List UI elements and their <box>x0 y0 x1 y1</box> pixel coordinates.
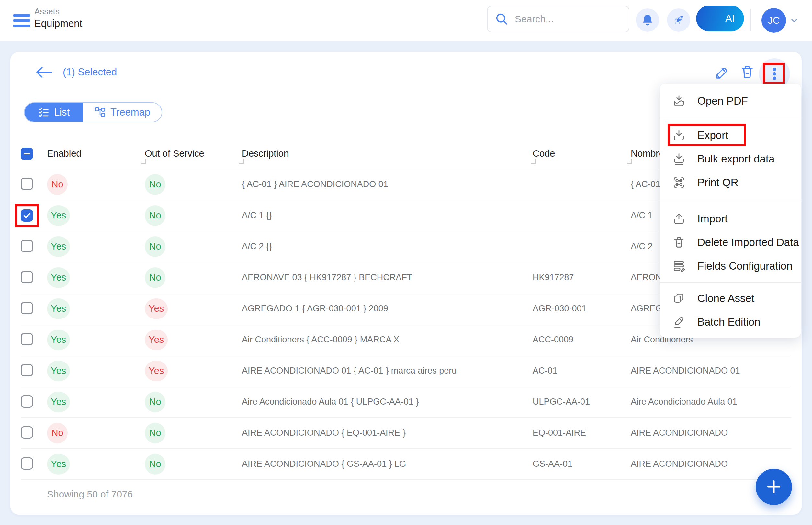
description-cell: AERONAVE 03 { HK917287 } BECHCRAFT <box>242 272 533 283</box>
column-resize-handle[interactable] <box>531 159 536 164</box>
nombre-cell: AIRE ACONDICIONADO 01 <box>631 366 791 376</box>
row-checkbox[interactable] <box>21 240 33 252</box>
out-of-service-badge: No <box>145 205 165 226</box>
selected-count-label: (1) Selected <box>63 66 117 78</box>
nombre-cell: Aire Acondicionado Aula 01 <box>631 397 791 407</box>
bulk-export-icon <box>672 152 686 166</box>
top-bar: Assets Equipment AI JC <box>0 0 812 42</box>
import-icon <box>672 212 686 226</box>
description-cell: { AC-01 } AIRE ACONDICIONADO 01 <box>242 179 533 189</box>
menu-item-label: Import <box>697 213 728 225</box>
table-row[interactable]: No No AIRE ACONDICIONADO { EQ-001-AIRE }… <box>21 418 791 449</box>
delete-button[interactable] <box>739 64 755 80</box>
row-checkbox[interactable] <box>21 426 33 438</box>
column-header-code[interactable]: Code <box>533 148 555 159</box>
enabled-badge: Yes <box>47 236 70 257</box>
select-all-checkbox[interactable] <box>21 148 33 160</box>
export-icon <box>672 129 686 142</box>
row-checkbox[interactable] <box>21 302 33 314</box>
edit-button[interactable] <box>713 64 729 80</box>
menu-item-import[interactable]: Import <box>660 207 801 230</box>
menu-item-label: Batch Edition <box>697 316 760 328</box>
avatar-initials: JC <box>768 15 780 26</box>
open-pdf-icon <box>672 94 686 108</box>
row-checkbox[interactable] <box>21 457 33 470</box>
column-header-description[interactable]: Description <box>242 148 289 159</box>
column-header-nombre[interactable]: Nombre <box>631 148 664 159</box>
out-of-service-badge: Yes <box>145 330 168 350</box>
table-row[interactable]: Yes Yes AIRE ACONDICIONADO 01 { AC-01 } … <box>21 355 791 387</box>
ai-button[interactable]: AI <box>696 5 744 31</box>
menu-item-label: Clone Asset <box>697 292 754 304</box>
menu-item-label: Bulk export data <box>697 153 774 165</box>
menu-item-label: Delete Imported Data <box>697 236 799 249</box>
kebab-menu-icon <box>766 66 783 82</box>
nombre-cell: AIRE ACONDICIONADO <box>631 459 791 469</box>
ai-label: AI <box>725 13 735 25</box>
row-checkbox[interactable] <box>21 333 33 345</box>
description-cell: AIRE ACONDICIONADO { GS-AA-01 } LG <box>242 459 533 469</box>
context-menu: Open PDF Export Bulk export data Print Q… <box>660 84 801 338</box>
menu-item-label: Open PDF <box>697 95 748 107</box>
code-cell: GS-AA-01 <box>533 459 631 469</box>
back-button[interactable] <box>34 66 53 78</box>
view-toggle: List Treemap <box>24 102 162 122</box>
column-header-enabled[interactable]: Enabled <box>47 148 81 159</box>
search-input[interactable] <box>514 13 611 25</box>
description-cell: AIRE ACONDICIONADO { EQ-001-AIRE } <box>242 428 533 438</box>
out-of-service-badge: No <box>145 423 165 444</box>
column-resize-handle[interactable] <box>627 159 632 164</box>
enabled-badge: Yes <box>47 392 70 412</box>
trash-icon <box>739 64 755 80</box>
code-cell: ACC-0009 <box>533 335 631 345</box>
table-row[interactable]: Yes No Aire Acondicionado Aula 01 { ULPG… <box>21 387 791 418</box>
row-checkbox[interactable] <box>21 395 33 407</box>
out-of-service-badge: No <box>145 454 165 475</box>
menu-item-open-pdf[interactable]: Open PDF <box>660 87 801 115</box>
menu-item-clone-asset[interactable]: Clone Asset <box>660 286 801 310</box>
code-cell: AC-01 <box>533 366 631 376</box>
bell-icon <box>640 13 655 27</box>
row-checkbox[interactable] <box>21 271 33 283</box>
description-cell: A/C 1 {} <box>242 210 533 221</box>
column-header-out-of-service[interactable]: Out of Service <box>145 148 204 159</box>
add-asset-button[interactable] <box>756 469 792 505</box>
row-checkbox[interactable] <box>21 364 33 376</box>
enabled-badge: Yes <box>47 205 70 226</box>
list-label: List <box>54 106 70 118</box>
kebab-menu-button[interactable] <box>766 66 783 82</box>
menu-item-label: Print QR <box>697 176 738 189</box>
description-cell: AIRE ACONDICIONADO 01 { AC-01 } marca ai… <box>242 366 533 376</box>
menu-item-delete-imported-data[interactable]: Delete Imported Data <box>660 230 801 254</box>
column-resize-handle[interactable] <box>239 159 244 164</box>
menu-item-fields-configuration[interactable]: Fields Configuration <box>660 254 801 278</box>
enabled-badge: Yes <box>47 361 70 381</box>
menu-item-print-qr[interactable]: Print QR <box>660 170 801 194</box>
page-heading: Assets Equipment <box>34 6 82 30</box>
showing-count-label: Showing 50 of 7076 <box>47 489 133 500</box>
rocket-button[interactable] <box>667 9 690 32</box>
search-box[interactable] <box>487 6 630 32</box>
list-icon <box>38 106 49 118</box>
pencil-icon <box>713 64 729 80</box>
avatar[interactable]: JC <box>762 8 786 33</box>
menu-item-bulk-export-data[interactable]: Bulk export data <box>660 147 801 170</box>
hamburger-menu-icon[interactable] <box>13 14 30 30</box>
notifications-button[interactable] <box>636 9 659 32</box>
enabled-badge: Yes <box>47 330 70 350</box>
tab-list[interactable]: List <box>25 103 83 122</box>
enabled-badge: No <box>47 174 68 195</box>
row-checkbox[interactable] <box>21 209 33 222</box>
breadcrumb: Assets <box>34 6 82 16</box>
chevron-down-icon[interactable] <box>790 16 798 25</box>
out-of-service-badge: Yes <box>145 298 168 319</box>
menu-item-export[interactable]: Export <box>660 123 801 147</box>
table-row[interactable]: Yes No AIRE ACONDICIONADO { GS-AA-01 } L… <box>21 449 791 480</box>
tab-treemap[interactable]: Treemap <box>83 103 162 122</box>
row-checkbox[interactable] <box>21 178 33 190</box>
enabled-badge: No <box>47 423 68 444</box>
column-resize-handle[interactable] <box>142 159 146 164</box>
print-qr-icon <box>672 176 686 189</box>
code-cell: AGR-030-001 <box>533 304 631 314</box>
menu-item-batch-edition[interactable]: Batch Edition <box>660 310 801 334</box>
